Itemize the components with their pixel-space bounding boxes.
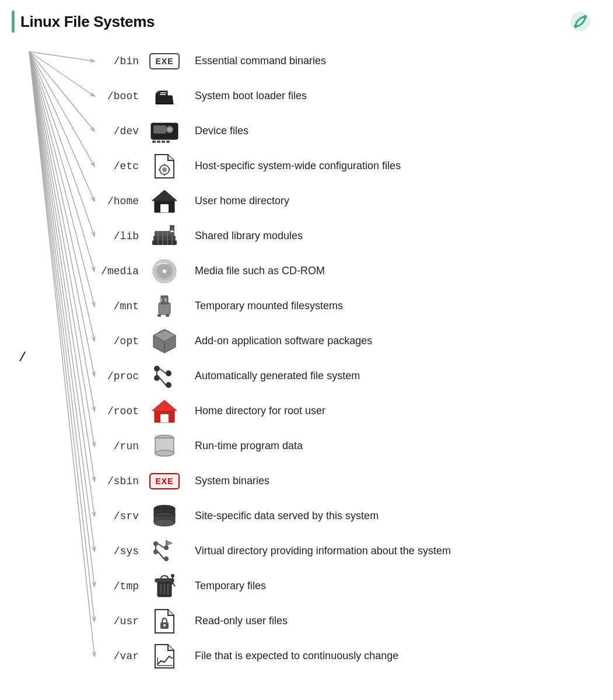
- fs-path-label: /opt: [93, 335, 146, 347]
- fs-path-label: /dev: [93, 125, 146, 137]
- fs-icon-proc: [146, 360, 183, 392]
- fs-icon-media: [146, 256, 183, 287]
- svg-line-17: [29, 52, 94, 552]
- svg-rect-56: [164, 298, 167, 302]
- fs-icon-mnt: [146, 290, 183, 322]
- svg-line-9: [29, 52, 94, 272]
- brand: [570, 11, 596, 32]
- fs-description: Media file such as CD-ROM: [183, 264, 325, 278]
- filesystem-row: /home User home directory: [93, 184, 613, 218]
- fs-description: Automatically generated file system: [183, 369, 360, 383]
- svg-point-73: [155, 450, 174, 456]
- svg-marker-39: [152, 190, 177, 201]
- filesystem-row: /usr Read-only user files: [93, 604, 613, 638]
- svg-rect-27: [152, 141, 156, 143]
- svg-point-32: [162, 167, 167, 172]
- svg-line-16: [29, 52, 94, 517]
- fs-icon-run: [146, 430, 183, 462]
- fs-path-label: /etc: [93, 160, 146, 172]
- svg-rect-40: [152, 240, 177, 245]
- fs-description: Read-only user files: [183, 614, 288, 628]
- fs-icon-home: [146, 186, 183, 217]
- svg-line-10: [29, 52, 94, 307]
- svg-point-52: [162, 269, 167, 274]
- filesystem-row: /sbin EXE System binaries: [93, 464, 613, 498]
- fs-icon-tmp: [146, 570, 183, 602]
- svg-point-64: [166, 382, 171, 388]
- svg-point-81: [164, 545, 169, 550]
- fs-path-label: /srv: [93, 510, 146, 522]
- svg-rect-29: [162, 141, 165, 143]
- fs-description: User home directory: [183, 194, 289, 208]
- svg-point-26: [168, 128, 171, 131]
- svg-rect-38: [160, 204, 169, 212]
- filesystem-row: /sys Virtual directory providing informa…: [93, 534, 613, 568]
- svg-line-7: [29, 52, 94, 202]
- fs-path-label: /tmp: [93, 580, 146, 592]
- filesystem-row: /binEXEEssential command binaries: [93, 44, 613, 78]
- page-title: Linux File Systems: [20, 13, 155, 31]
- fs-icon-etc: [146, 150, 183, 182]
- fs-description: Site-specific data served by this system: [183, 509, 379, 523]
- svg-line-14: [29, 52, 94, 447]
- fs-icon-usr: [146, 606, 183, 637]
- fs-path-label: /lib: [93, 230, 146, 242]
- fs-icon-sys: [146, 536, 183, 567]
- svg-rect-58: [166, 314, 169, 317]
- fs-description: Run-time program data: [183, 439, 303, 453]
- fs-path-label: /proc: [93, 370, 146, 382]
- fs-description: System boot loader files: [183, 89, 307, 103]
- svg-line-19: [29, 52, 94, 622]
- fs-description: Essential command binaries: [183, 54, 326, 68]
- svg-rect-55: [160, 298, 162, 302]
- svg-rect-69: [160, 414, 169, 422]
- svg-line-13: [29, 52, 94, 412]
- filesystem-row: /run Run-time program data: [93, 429, 613, 463]
- filesystem-row: /srv Site-specific data served by this s…: [93, 499, 613, 533]
- svg-line-66: [160, 378, 166, 385]
- svg-rect-57: [157, 314, 161, 317]
- svg-point-61: [154, 366, 160, 372]
- fs-icon-exe: EXE: [146, 46, 183, 77]
- root-label: /: [19, 351, 26, 365]
- svg-line-4: [29, 52, 94, 97]
- filesystem-row: /var File that is expected to continuous…: [93, 639, 613, 673]
- fs-description: Temporary mounted filesystems: [183, 299, 343, 313]
- svg-point-62: [154, 375, 160, 381]
- filesystem-row: /etc Host-specific system-wide configura…: [93, 149, 613, 183]
- svg-marker-70: [152, 400, 177, 411]
- fs-description: Home directory for root user: [183, 404, 325, 418]
- filesystem-row: /mnt Temporary mounted filesystems: [93, 289, 613, 323]
- filesystem-row: /root Home directory for root user: [93, 394, 613, 428]
- fs-icon-root-home: [146, 396, 183, 427]
- svg-line-3: [29, 52, 94, 62]
- fs-path-label: /mnt: [93, 300, 146, 312]
- svg-rect-53: [159, 303, 170, 314]
- svg-line-83: [158, 544, 164, 548]
- rows-container: /binEXEEssential command binaries/boot S…: [93, 44, 613, 673]
- svg-point-2: [583, 15, 587, 19]
- svg-line-84: [158, 552, 164, 559]
- svg-point-82: [164, 556, 169, 561]
- fs-path-label: /boot: [93, 90, 146, 102]
- fs-icon-dev: [146, 116, 183, 147]
- svg-line-97: [173, 583, 175, 586]
- fs-path-label: /root: [93, 405, 146, 417]
- fs-description: Add-on application software packages: [183, 334, 372, 348]
- svg-line-11: [29, 52, 94, 342]
- fs-icon-boot: [146, 80, 183, 112]
- svg-line-8: [29, 52, 94, 237]
- svg-rect-28: [157, 141, 160, 143]
- filesystem-row: /boot System boot loader files: [93, 79, 613, 113]
- svg-point-80: [153, 550, 158, 554]
- svg-point-63: [166, 370, 171, 376]
- fs-description: Host-specific system-wide configuration …: [183, 159, 401, 173]
- fs-path-label: /bin: [93, 55, 146, 67]
- fs-description: Temporary files: [183, 579, 266, 593]
- fs-description: File that is expected to continuously ch…: [183, 649, 398, 663]
- svg-point-0: [570, 12, 590, 32]
- svg-line-20: [29, 52, 94, 657]
- fs-path-label: /home: [93, 195, 146, 207]
- fs-path-label: /sys: [93, 545, 146, 557]
- header: Linux File Systems: [0, 0, 613, 38]
